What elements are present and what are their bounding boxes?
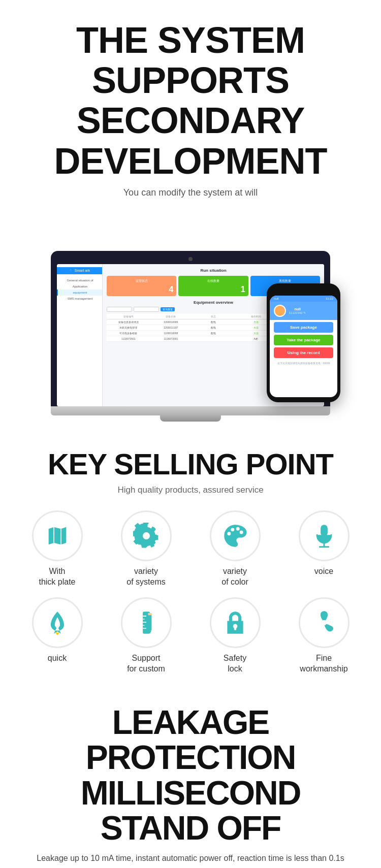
feature-variety-systems: varietyof systems bbox=[104, 510, 188, 588]
gear-icon bbox=[133, 523, 160, 549]
feature-label-thick-plate: Withthick plate bbox=[39, 566, 75, 588]
feature-icon-circle bbox=[32, 597, 83, 648]
feature-icon-circle bbox=[210, 597, 261, 648]
feature-icon-circle bbox=[32, 510, 83, 561]
feature-label-quick: quick bbox=[48, 653, 67, 664]
fan-icon bbox=[311, 609, 337, 636]
hero-subtitle: You can modify the system at will bbox=[15, 187, 366, 198]
leakage-description: Leakage up to 10 mA time, instant automa… bbox=[10, 852, 371, 865]
feature-label-fine-workmanship: Fineworkmanship bbox=[300, 653, 347, 674]
dashboard-logo: 🔷 Smart ark bbox=[57, 267, 102, 274]
feature-voice: voice bbox=[282, 510, 366, 588]
mic-icon bbox=[311, 523, 337, 549]
map-icon bbox=[44, 523, 71, 549]
svg-point-14 bbox=[236, 527, 239, 530]
leakage-title: LEAKAGE PROTECTION MILLISECOND STAND OFF bbox=[10, 705, 371, 846]
feature-support-custom: Supportfor custom bbox=[104, 597, 188, 674]
palette-icon bbox=[222, 523, 248, 549]
svg-rect-28 bbox=[148, 613, 151, 615]
feature-label-systems: varietyof systems bbox=[126, 566, 165, 588]
svg-rect-30 bbox=[234, 626, 236, 630]
svg-rect-3 bbox=[145, 525, 147, 528]
phone-profile: null 11122342 ✎ bbox=[270, 302, 337, 320]
sidebar-sms: SMS management bbox=[57, 296, 102, 302]
sidebar-equipment: equipment bbox=[57, 290, 102, 296]
hero-title: THE SYSTEM SUPPORTS SECONDARY DEVELOPMEN… bbox=[15, 20, 366, 181]
svg-rect-26 bbox=[148, 613, 151, 631]
phone-avatar bbox=[274, 305, 286, 317]
device-mockup: 🔷 Smart ark General situation of Applica… bbox=[15, 208, 366, 422]
feature-label-color: varietyof color bbox=[221, 566, 248, 588]
svg-point-11 bbox=[143, 532, 150, 539]
svg-point-13 bbox=[231, 528, 234, 531]
sidebar-application: Application bbox=[57, 283, 102, 290]
rocket-icon bbox=[44, 609, 71, 636]
feature-icon-circle bbox=[299, 510, 350, 561]
using-record-button[interactable]: Using the record bbox=[274, 347, 333, 358]
save-package-button[interactable]: Save package bbox=[274, 322, 333, 333]
feature-label-voice: voice bbox=[314, 566, 333, 577]
feature-icon-circle bbox=[299, 597, 350, 648]
svg-point-12 bbox=[227, 532, 231, 535]
card-orange: 运营状态 4 bbox=[107, 276, 176, 296]
card-green: 在线数量 1 bbox=[178, 276, 248, 296]
run-situation-title: Run situation bbox=[107, 268, 320, 273]
take-package-button[interactable]: Take the package bbox=[274, 335, 333, 345]
feature-thick-plate: Withthick plate bbox=[15, 510, 99, 588]
feature-label-support-custom: Supportfor custom bbox=[127, 653, 165, 674]
svg-point-31 bbox=[321, 620, 326, 625]
phone-name: null bbox=[289, 307, 306, 311]
svg-point-15 bbox=[239, 530, 243, 534]
phone-bottom-text: 在下次充电前请您先拆卸设备检查充电：00009 bbox=[270, 360, 337, 366]
svg-rect-4 bbox=[145, 543, 147, 546]
leakage-section: LEAKAGE PROTECTION MILLISECOND STAND OFF… bbox=[0, 690, 381, 868]
svg-point-19 bbox=[55, 622, 59, 626]
selling-section: KEY SELLING POINT High quality products,… bbox=[0, 422, 381, 690]
feature-icon-circle bbox=[210, 510, 261, 561]
phone-id: 11122342 ✎ bbox=[289, 311, 306, 314]
svg-rect-5 bbox=[135, 534, 139, 537]
sidebar-general: General situation of bbox=[57, 277, 102, 283]
selling-subtitle: High quality products, assured service bbox=[10, 485, 371, 495]
phone-status-bar: null 11:22 bbox=[270, 296, 337, 302]
ruler-icon bbox=[133, 609, 160, 636]
search-button[interactable]: 查询重置 bbox=[161, 307, 175, 311]
feature-variety-color: varietyof color bbox=[193, 510, 277, 588]
selling-title: KEY SELLING POINT bbox=[10, 447, 371, 481]
phone-mockup: null 11:22 null 11122342 ✎ Save package … bbox=[267, 283, 340, 402]
feature-fine-workmanship: Fineworkmanship bbox=[282, 597, 366, 674]
feature-quick: quick bbox=[15, 597, 99, 674]
svg-rect-16 bbox=[321, 525, 328, 536]
svg-rect-6 bbox=[153, 534, 157, 537]
feature-icon-circle bbox=[121, 597, 172, 648]
features-grid: Withthick plate bbox=[10, 510, 371, 674]
feature-icon-circle bbox=[121, 510, 172, 561]
feature-safety-lock: Safetylock bbox=[193, 597, 277, 674]
lock-icon bbox=[222, 609, 248, 636]
hero-section: THE SYSTEM SUPPORTS SECONDARY DEVELOPMEN… bbox=[0, 0, 381, 422]
feature-label-safety-lock: Safetylock bbox=[224, 653, 246, 674]
